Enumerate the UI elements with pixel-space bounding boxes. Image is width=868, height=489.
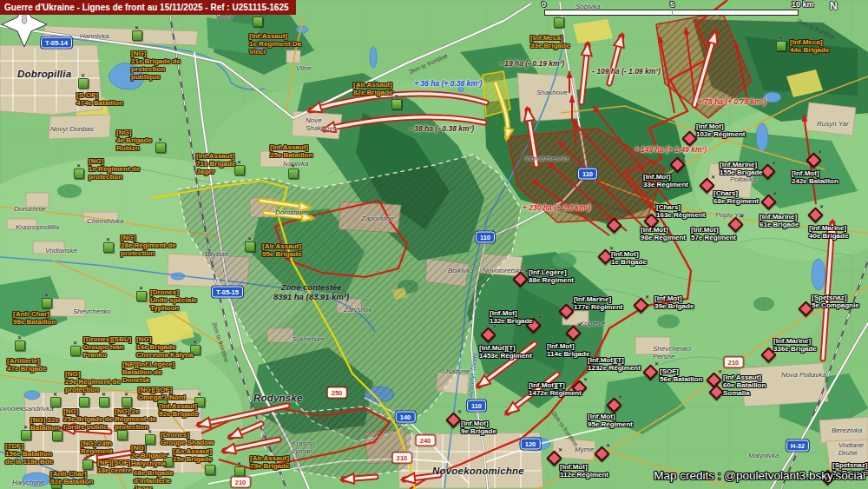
- unit-label-ua: [Drones] Groupe Shadow: [161, 431, 214, 446]
- road-shield: 110: [467, 400, 486, 412]
- place-label: Myrne: [575, 446, 594, 453]
- unit-icon-ua: [78, 78, 89, 89]
- unit-label-ru: [Inf.Mot][T] 1232e Régiment: [588, 356, 641, 372]
- unit-icon-ru: [807, 207, 823, 222]
- unit-icon-ua: [82, 459, 93, 470]
- scale-tick-5: 5: [670, 0, 674, 9]
- unit-label-ru: [Inf.Mot] 102e Régiment: [696, 122, 745, 138]
- unit-label-ua: [Air.Assaut] 82e Brigade: [353, 81, 392, 96]
- unit-icon-ua: [117, 430, 128, 440]
- unit-label-ua: [NG] 28e Régiment de protection: [121, 234, 176, 257]
- unit-label-ua: [Air.Assaut] 79e Brigade: [250, 454, 289, 470]
- unit-label-ru: [Inf.Marine] 336e Brigade: [773, 337, 817, 353]
- place-label: Rodynske: [253, 393, 303, 403]
- route-distance-note: 2km to frontline: [796, 17, 836, 41]
- area-change-label: + 230 ha (+ 2.3 km²): [523, 203, 590, 212]
- unit-label-ru: [Inf.Marine] 155e Brigade: [720, 161, 763, 176]
- road-shield: 120: [521, 439, 541, 450]
- place-label: Novooleksandrivka: [0, 405, 54, 413]
- unit-label-ua: [NG] 21e Brigade de protection publique: [131, 50, 181, 81]
- unit-icon-ua: [155, 142, 166, 153]
- place-label: Krasnopodillia: [16, 223, 59, 231]
- area-change-label: - 109 ha (- 1.09 km²): [592, 67, 661, 76]
- unit-label-ua: [TDF] 156e Bataillon de la 118e Bde: [5, 442, 53, 466]
- unit-label-ua: [NG] 29e Régiment de protection: [65, 370, 121, 393]
- map-canvas: [NG] 21e Brigade de protection publique[…: [0, 0, 868, 489]
- unit-icon-ua: [50, 397, 61, 407]
- route-distance-note: 2km to frontline: [591, 198, 633, 216]
- unit-label-ru: [Inf.Mot][T] 1453e Régiment: [479, 344, 532, 360]
- place-label: Vilne: [296, 64, 312, 72]
- unit-label-ru: [Inf.Marine] 61e Brigade: [760, 213, 799, 228]
- unit-label-ru: [Chars] 163e Régiment: [656, 203, 705, 219]
- unit-icon-ru: [445, 412, 461, 427]
- area-change-label: - 19 ha (- 0.19 km²): [500, 59, 564, 68]
- unit-label-ua: [NP][SOF] 18e centre: [97, 459, 132, 474]
- route-distance-note: 2km to frontline: [408, 53, 449, 76]
- unit-label-ua: [NG] 2e Brigade Halychyna: [131, 444, 167, 467]
- unit-icon-ru: [565, 325, 581, 340]
- unit-label-ua: [NG] 14e Brigade Chervona Kalyna: [136, 335, 193, 359]
- place-label: Novoekonomichne: [432, 466, 524, 476]
- road-shield: 210: [392, 453, 412, 464]
- unit-icon-ua: [288, 169, 299, 179]
- unit-label-ua: [Anti-Char] 98e Bataillon: [13, 310, 56, 326]
- unit-icon-ua: [99, 397, 109, 407]
- place-label: Nazyne: [446, 367, 470, 375]
- unit-label-ua: [Inf.Assaut] 25e Bataillon: [270, 143, 312, 159]
- unit-icon-ua: [79, 397, 89, 407]
- place-label: Malynivka: [748, 452, 779, 459]
- unit-label-ua: [Air.Assaut] 95e Brigade: [262, 242, 301, 258]
- unit-icon-ua: [776, 41, 786, 51]
- unit-icon-ua: [136, 291, 147, 301]
- scale-bar: [544, 10, 799, 16]
- unit-icon-ua: [554, 17, 564, 28]
- unit-icon-ua: [234, 466, 245, 477]
- unit-label-ru: [Inf.Mot] 1e Brigade: [611, 250, 647, 266]
- unit-icon-ru: [699, 177, 714, 193]
- unit-label-ru: [Inf.Mot] 39e Brigade: [654, 294, 694, 310]
- place-label: Kopteve: [580, 320, 605, 327]
- road-shield: T-05-15: [212, 287, 243, 298]
- unit-icon-ua: [205, 465, 215, 475]
- unit-label-ru: [Inf.Mot] 114e Brigade: [547, 342, 589, 358]
- unit-label-ua: [Inf.Meca] 33e Brigade: [530, 34, 569, 50]
- place-label: Bilytske: [205, 250, 229, 258]
- unit-icon-ru: [633, 297, 648, 313]
- road-shield: 240: [416, 435, 436, 446]
- unit-label-ua: [NG][SOF] Omega 1 Nord: [138, 386, 186, 401]
- place-label: Berezivka: [832, 426, 862, 434]
- unit-icon-ua: [103, 242, 114, 253]
- route-distance-note: 2km to frontline: [211, 321, 229, 363]
- unit-label-ru: [Inf.Mot] 98e Régiment: [641, 226, 686, 241]
- area-change-label: + 78 ha (+ 0.78 km²): [698, 97, 766, 106]
- place-label: Dorozhnie: [275, 208, 306, 216]
- unit-icon-ua: [70, 346, 81, 356]
- road-shield: 140: [396, 412, 416, 423]
- unit-label-ua: [Anti-Char] 92e Bataillon: [50, 470, 93, 486]
- unit-label-ua: [NP][Inf.Légère] Bataillon de Donetsk: [122, 360, 174, 384]
- place-label: Nova Poltavka: [781, 371, 826, 379]
- unit-icon-ua: [253, 17, 263, 27]
- unit-label-ru: [Inf.Mot] 9e Brigade: [461, 420, 496, 435]
- road-shield: 110: [476, 232, 495, 243]
- place-label: Zatyshok: [344, 306, 372, 314]
- unit-icon-ru: [708, 384, 724, 400]
- unit-label-ua: [NG] 2e Régiment de protection: [115, 407, 156, 431]
- scale-tick-0: 0: [542, 0, 546, 9]
- unit-label-ru: [Inf.Mot] 33e Régiment: [643, 173, 688, 188]
- place-label: Novyi Donbas: [50, 125, 94, 133]
- unit-label-ua: [Artillerie] 47e Brigade: [7, 357, 46, 373]
- unit-label-ua: [NG] 24th Régiment: [81, 439, 112, 455]
- unit-label-ru: [Inf.Mot] 242e Bataillon: [792, 169, 838, 185]
- place-label: Chernihivka: [87, 217, 123, 225]
- unit-label-ua: 68e Brigade d'infanterie Jager: [134, 469, 173, 489]
- unit-label-ua: [Inf.Assaut] 92e Brigade: [159, 402, 198, 418]
- map-title: Guerre d'Ukraine - Lignes de front au 15…: [0, 0, 296, 15]
- place-label: Dorozhnie: [14, 205, 45, 213]
- place-label: Poltavka: [730, 175, 757, 183]
- unit-icon-ua: [74, 169, 84, 179]
- unit-label-ua: [Drones] Unité spéciale Typhoon: [150, 288, 197, 312]
- unit-icon-ru: [558, 303, 574, 319]
- route-distance-note: 2km to frontline: [550, 410, 579, 447]
